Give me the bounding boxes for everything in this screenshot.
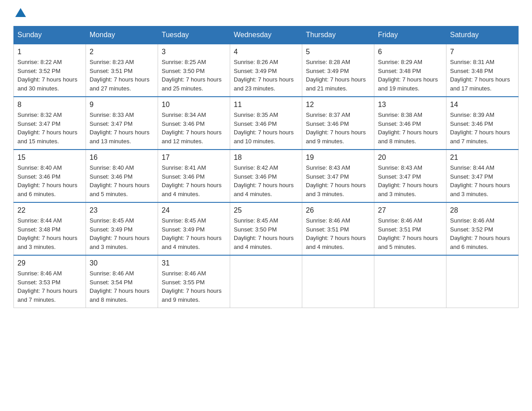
day-cell: 20Sunrise: 8:43 AMSunset: 3:47 PMDayligh… <box>374 150 446 202</box>
day-number: 26 <box>306 206 370 214</box>
header-day-monday: Monday <box>86 26 158 44</box>
day-number: 17 <box>162 154 226 162</box>
day-info: Sunrise: 8:43 AMSunset: 3:47 PMDaylight:… <box>306 163 370 198</box>
day-number: 12 <box>306 101 370 109</box>
calendar-table: SundayMondayTuesdayWednesdayThursdayFrid… <box>13 26 519 308</box>
day-number: 16 <box>90 154 154 162</box>
day-info: Sunrise: 8:33 AMSunset: 3:47 PMDaylight:… <box>90 111 154 146</box>
header-day-sunday: Sunday <box>14 26 86 44</box>
day-number: 29 <box>17 259 82 267</box>
header-day-friday: Friday <box>374 26 446 44</box>
day-info: Sunrise: 8:45 AMSunset: 3:50 PMDaylight:… <box>234 216 298 251</box>
day-cell: 14Sunrise: 8:39 AMSunset: 3:46 PMDayligh… <box>446 97 519 150</box>
day-number: 8 <box>17 101 82 109</box>
day-number: 20 <box>378 154 442 162</box>
day-cell <box>446 255 519 308</box>
day-info: Sunrise: 8:39 AMSunset: 3:46 PMDaylight:… <box>450 111 515 146</box>
day-number: 18 <box>234 154 298 162</box>
day-number: 5 <box>306 48 370 56</box>
day-info: Sunrise: 8:34 AMSunset: 3:46 PMDaylight:… <box>162 111 226 146</box>
day-number: 22 <box>17 206 82 214</box>
day-cell: 3Sunrise: 8:25 AMSunset: 3:50 PMDaylight… <box>158 44 230 97</box>
day-number: 27 <box>378 206 442 214</box>
day-info: Sunrise: 8:45 AMSunset: 3:49 PMDaylight:… <box>162 216 226 251</box>
day-info: Sunrise: 8:40 AMSunset: 3:46 PMDaylight:… <box>17 163 82 198</box>
calendar-body: 1Sunrise: 8:22 AMSunset: 3:52 PMDaylight… <box>14 44 519 308</box>
day-info: Sunrise: 8:35 AMSunset: 3:46 PMDaylight:… <box>234 111 298 146</box>
day-cell: 5Sunrise: 8:28 AMSunset: 3:49 PMDaylight… <box>302 44 374 97</box>
day-info: Sunrise: 8:46 AMSunset: 3:54 PMDaylight:… <box>90 269 154 304</box>
day-cell: 9Sunrise: 8:33 AMSunset: 3:47 PMDaylight… <box>86 97 158 150</box>
day-cell: 12Sunrise: 8:37 AMSunset: 3:46 PMDayligh… <box>302 97 374 150</box>
day-number: 9 <box>90 101 154 109</box>
day-info: Sunrise: 8:40 AMSunset: 3:46 PMDaylight:… <box>90 163 154 198</box>
day-cell: 8Sunrise: 8:32 AMSunset: 3:47 PMDaylight… <box>14 97 86 150</box>
day-info: Sunrise: 8:46 AMSunset: 3:53 PMDaylight:… <box>17 269 82 304</box>
day-info: Sunrise: 8:23 AMSunset: 3:51 PMDaylight:… <box>90 58 154 93</box>
day-info: Sunrise: 8:44 AMSunset: 3:48 PMDaylight:… <box>17 216 82 251</box>
day-cell: 28Sunrise: 8:46 AMSunset: 3:52 PMDayligh… <box>446 202 519 255</box>
week-row-3: 15Sunrise: 8:40 AMSunset: 3:46 PMDayligh… <box>14 150 519 202</box>
day-cell: 24Sunrise: 8:45 AMSunset: 3:49 PMDayligh… <box>158 202 230 255</box>
day-info: Sunrise: 8:46 AMSunset: 3:52 PMDaylight:… <box>450 216 515 251</box>
day-cell: 18Sunrise: 8:42 AMSunset: 3:46 PMDayligh… <box>230 150 302 202</box>
day-info: Sunrise: 8:22 AMSunset: 3:52 PMDaylight:… <box>17 58 82 93</box>
day-cell: 13Sunrise: 8:38 AMSunset: 3:46 PMDayligh… <box>374 97 446 150</box>
day-info: Sunrise: 8:43 AMSunset: 3:47 PMDaylight:… <box>378 163 442 198</box>
day-info: Sunrise: 8:25 AMSunset: 3:50 PMDaylight:… <box>162 58 226 93</box>
header-day-wednesday: Wednesday <box>230 26 302 44</box>
day-number: 13 <box>378 101 442 109</box>
day-cell: 30Sunrise: 8:46 AMSunset: 3:54 PMDayligh… <box>86 255 158 308</box>
day-number: 7 <box>450 48 515 56</box>
day-number: 24 <box>162 206 226 214</box>
day-info: Sunrise: 8:29 AMSunset: 3:48 PMDaylight:… <box>378 58 442 93</box>
day-info: Sunrise: 8:46 AMSunset: 3:51 PMDaylight:… <box>306 216 370 251</box>
day-number: 30 <box>90 259 154 267</box>
header-day-saturday: Saturday <box>446 26 519 44</box>
day-number: 23 <box>90 206 154 214</box>
day-cell: 21Sunrise: 8:44 AMSunset: 3:47 PMDayligh… <box>446 150 519 202</box>
day-info: Sunrise: 8:38 AMSunset: 3:46 PMDaylight:… <box>378 111 442 146</box>
day-cell: 11Sunrise: 8:35 AMSunset: 3:46 PMDayligh… <box>230 97 302 150</box>
day-number: 31 <box>162 259 226 267</box>
day-number: 10 <box>162 101 226 109</box>
day-info: Sunrise: 8:46 AMSunset: 3:55 PMDaylight:… <box>162 269 226 304</box>
day-info: Sunrise: 8:32 AMSunset: 3:47 PMDaylight:… <box>17 111 82 146</box>
day-number: 2 <box>90 48 154 56</box>
logo-triangle-icon <box>14 7 27 20</box>
day-number: 3 <box>162 48 226 56</box>
day-number: 4 <box>234 48 298 56</box>
day-info: Sunrise: 8:46 AMSunset: 3:51 PMDaylight:… <box>378 216 442 251</box>
header-day-tuesday: Tuesday <box>158 26 230 44</box>
day-cell: 10Sunrise: 8:34 AMSunset: 3:46 PMDayligh… <box>158 97 230 150</box>
day-number: 25 <box>234 206 298 214</box>
day-cell: 31Sunrise: 8:46 AMSunset: 3:55 PMDayligh… <box>158 255 230 308</box>
day-number: 21 <box>450 154 515 162</box>
day-cell: 16Sunrise: 8:40 AMSunset: 3:46 PMDayligh… <box>86 150 158 202</box>
svg-marker-0 <box>15 8 26 17</box>
day-cell: 27Sunrise: 8:46 AMSunset: 3:51 PMDayligh… <box>374 202 446 255</box>
day-cell: 6Sunrise: 8:29 AMSunset: 3:48 PMDaylight… <box>374 44 446 97</box>
day-cell: 29Sunrise: 8:46 AMSunset: 3:53 PMDayligh… <box>14 255 86 308</box>
day-number: 28 <box>450 206 515 214</box>
day-cell: 25Sunrise: 8:45 AMSunset: 3:50 PMDayligh… <box>230 202 302 255</box>
day-cell: 26Sunrise: 8:46 AMSunset: 3:51 PMDayligh… <box>302 202 374 255</box>
day-number: 15 <box>17 154 82 162</box>
day-info: Sunrise: 8:26 AMSunset: 3:49 PMDaylight:… <box>234 58 298 93</box>
day-cell: 22Sunrise: 8:44 AMSunset: 3:48 PMDayligh… <box>14 202 86 255</box>
day-cell <box>230 255 302 308</box>
day-cell <box>302 255 374 308</box>
week-row-2: 8Sunrise: 8:32 AMSunset: 3:47 PMDaylight… <box>14 97 519 150</box>
calendar-header: SundayMondayTuesdayWednesdayThursdayFrid… <box>14 26 519 44</box>
day-info: Sunrise: 8:45 AMSunset: 3:49 PMDaylight:… <box>90 216 154 251</box>
day-number: 1 <box>17 48 82 56</box>
day-cell: 4Sunrise: 8:26 AMSunset: 3:49 PMDaylight… <box>230 44 302 97</box>
day-cell: 2Sunrise: 8:23 AMSunset: 3:51 PMDaylight… <box>86 44 158 97</box>
day-info: Sunrise: 8:42 AMSunset: 3:46 PMDaylight:… <box>234 163 298 198</box>
day-number: 19 <box>306 154 370 162</box>
day-info: Sunrise: 8:28 AMSunset: 3:49 PMDaylight:… <box>306 58 370 93</box>
day-cell <box>374 255 446 308</box>
week-row-4: 22Sunrise: 8:44 AMSunset: 3:48 PMDayligh… <box>14 202 519 255</box>
day-cell: 17Sunrise: 8:41 AMSunset: 3:46 PMDayligh… <box>158 150 230 202</box>
day-cell: 15Sunrise: 8:40 AMSunset: 3:46 PMDayligh… <box>14 150 86 202</box>
